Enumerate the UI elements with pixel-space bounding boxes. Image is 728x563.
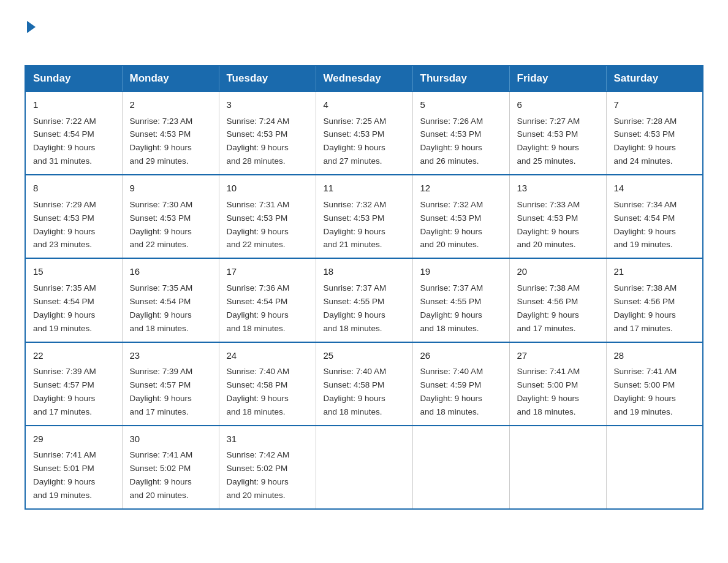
day-info: Sunrise: 7:31 AMSunset: 4:53 PMDaylight:…	[227, 200, 290, 250]
day-info: Sunrise: 7:30 AMSunset: 4:53 PMDaylight:…	[130, 200, 193, 250]
day-info: Sunrise: 7:24 AMSunset: 4:53 PMDaylight:…	[227, 117, 290, 166]
column-header-wednesday: Wednesday	[316, 66, 412, 91]
column-header-tuesday: Tuesday	[219, 66, 316, 91]
day-number: 31	[227, 432, 308, 446]
calendar-table: SundayMondayTuesdayWednesdayThursdayFrid…	[25, 65, 703, 510]
calendar-cell: 2 Sunrise: 7:23 AMSunset: 4:53 PMDayligh…	[122, 91, 219, 175]
day-info: Sunrise: 7:40 AMSunset: 4:58 PMDaylight:…	[324, 367, 387, 416]
calendar-cell: 6 Sunrise: 7:27 AMSunset: 4:53 PMDayligh…	[509, 91, 606, 175]
day-info: Sunrise: 7:41 AMSunset: 5:02 PMDaylight:…	[130, 450, 193, 500]
calendar-cell: 30 Sunrise: 7:41 AMSunset: 5:02 PMDaylig…	[122, 426, 219, 509]
day-number: 28	[614, 349, 696, 363]
day-number: 3	[227, 98, 308, 112]
calendar-cell	[606, 426, 703, 509]
day-number: 24	[227, 349, 308, 363]
day-info: Sunrise: 7:26 AMSunset: 4:53 PMDaylight:…	[420, 117, 483, 166]
calendar-cell: 1 Sunrise: 7:22 AMSunset: 4:54 PMDayligh…	[25, 91, 122, 175]
day-number: 20	[517, 265, 599, 279]
day-number: 30	[130, 432, 211, 446]
day-info: Sunrise: 7:41 AMSunset: 5:00 PMDaylight:…	[614, 367, 677, 416]
day-info: Sunrise: 7:33 AMSunset: 4:53 PMDaylight:…	[517, 200, 580, 250]
day-info: Sunrise: 7:39 AMSunset: 4:57 PMDaylight:…	[130, 367, 193, 416]
day-info: Sunrise: 7:36 AMSunset: 4:54 PMDaylight:…	[227, 283, 290, 333]
day-number: 13	[517, 182, 599, 196]
day-number: 10	[227, 182, 308, 196]
logo-triangle-icon	[27, 21, 36, 33]
calendar-week-row: 15 Sunrise: 7:35 AMSunset: 4:54 PMDaylig…	[25, 258, 703, 342]
calendar-cell: 5 Sunrise: 7:26 AMSunset: 4:53 PMDayligh…	[412, 91, 509, 175]
day-number: 9	[130, 182, 211, 196]
day-number: 22	[33, 349, 115, 363]
day-info: Sunrise: 7:37 AMSunset: 4:55 PMDaylight:…	[324, 283, 387, 333]
calendar-cell: 21 Sunrise: 7:38 AMSunset: 4:56 PMDaylig…	[606, 258, 703, 342]
day-info: Sunrise: 7:42 AMSunset: 5:02 PMDaylight:…	[227, 450, 290, 500]
day-info: Sunrise: 7:25 AMSunset: 4:53 PMDaylight:…	[324, 117, 387, 166]
calendar-cell	[412, 426, 509, 509]
day-info: Sunrise: 7:37 AMSunset: 4:55 PMDaylight:…	[420, 283, 483, 333]
calendar-cell: 19 Sunrise: 7:37 AMSunset: 4:55 PMDaylig…	[412, 258, 509, 342]
day-number: 16	[130, 265, 211, 279]
page-header	[25, 18, 703, 53]
calendar-week-row: 22 Sunrise: 7:39 AMSunset: 4:57 PMDaylig…	[25, 342, 703, 426]
day-number: 2	[130, 98, 211, 112]
day-number: 1	[33, 98, 115, 112]
day-number: 26	[420, 349, 502, 363]
calendar-cell: 3 Sunrise: 7:24 AMSunset: 4:53 PMDayligh…	[219, 91, 316, 175]
column-header-saturday: Saturday	[606, 66, 703, 91]
day-number: 8	[33, 182, 115, 196]
column-header-monday: Monday	[122, 66, 219, 91]
column-header-sunday: Sunday	[25, 66, 122, 91]
day-number: 4	[324, 98, 405, 112]
calendar-cell: 20 Sunrise: 7:38 AMSunset: 4:56 PMDaylig…	[509, 258, 606, 342]
calendar-cell: 14 Sunrise: 7:34 AMSunset: 4:54 PMDaylig…	[606, 175, 703, 258]
day-number: 19	[420, 265, 502, 279]
day-info: Sunrise: 7:35 AMSunset: 4:54 PMDaylight:…	[33, 283, 96, 333]
calendar-cell: 24 Sunrise: 7:40 AMSunset: 4:58 PMDaylig…	[219, 342, 316, 426]
day-info: Sunrise: 7:28 AMSunset: 4:53 PMDaylight:…	[614, 117, 677, 166]
logo	[25, 18, 36, 53]
day-info: Sunrise: 7:27 AMSunset: 4:53 PMDaylight:…	[517, 117, 580, 166]
calendar-cell: 26 Sunrise: 7:40 AMSunset: 4:59 PMDaylig…	[412, 342, 509, 426]
calendar-cell: 23 Sunrise: 7:39 AMSunset: 4:57 PMDaylig…	[122, 342, 219, 426]
calendar-cell: 15 Sunrise: 7:35 AMSunset: 4:54 PMDaylig…	[25, 258, 122, 342]
day-info: Sunrise: 7:39 AMSunset: 4:57 PMDaylight:…	[33, 367, 96, 416]
day-number: 18	[324, 265, 405, 279]
calendar-cell: 29 Sunrise: 7:41 AMSunset: 5:01 PMDaylig…	[25, 426, 122, 509]
calendar-cell: 4 Sunrise: 7:25 AMSunset: 4:53 PMDayligh…	[316, 91, 412, 175]
calendar-cell: 22 Sunrise: 7:39 AMSunset: 4:57 PMDaylig…	[25, 342, 122, 426]
calendar-cell: 9 Sunrise: 7:30 AMSunset: 4:53 PMDayligh…	[122, 175, 219, 258]
day-number: 14	[614, 182, 696, 196]
calendar-cell: 8 Sunrise: 7:29 AMSunset: 4:53 PMDayligh…	[25, 175, 122, 258]
day-info: Sunrise: 7:38 AMSunset: 4:56 PMDaylight:…	[517, 283, 580, 333]
day-info: Sunrise: 7:40 AMSunset: 4:58 PMDaylight:…	[227, 367, 290, 416]
day-info: Sunrise: 7:22 AMSunset: 4:54 PMDaylight:…	[33, 117, 96, 166]
calendar-cell: 25 Sunrise: 7:40 AMSunset: 4:58 PMDaylig…	[316, 342, 412, 426]
day-info: Sunrise: 7:41 AMSunset: 5:00 PMDaylight:…	[517, 367, 580, 416]
day-info: Sunrise: 7:34 AMSunset: 4:54 PMDaylight:…	[614, 200, 677, 250]
calendar-cell: 28 Sunrise: 7:41 AMSunset: 5:00 PMDaylig…	[606, 342, 703, 426]
day-info: Sunrise: 7:32 AMSunset: 4:53 PMDaylight:…	[420, 200, 483, 250]
day-number: 11	[324, 182, 405, 196]
calendar-week-row: 29 Sunrise: 7:41 AMSunset: 5:01 PMDaylig…	[25, 426, 703, 509]
day-number: 27	[517, 349, 599, 363]
day-number: 15	[33, 265, 115, 279]
day-number: 12	[420, 182, 502, 196]
day-info: Sunrise: 7:41 AMSunset: 5:01 PMDaylight:…	[33, 450, 96, 500]
calendar-cell: 16 Sunrise: 7:35 AMSunset: 4:54 PMDaylig…	[122, 258, 219, 342]
day-info: Sunrise: 7:29 AMSunset: 4:53 PMDaylight:…	[33, 200, 96, 250]
calendar-week-row: 8 Sunrise: 7:29 AMSunset: 4:53 PMDayligh…	[25, 175, 703, 258]
calendar-cell: 17 Sunrise: 7:36 AMSunset: 4:54 PMDaylig…	[219, 258, 316, 342]
calendar-cell: 27 Sunrise: 7:41 AMSunset: 5:00 PMDaylig…	[509, 342, 606, 426]
calendar-cell: 11 Sunrise: 7:32 AMSunset: 4:53 PMDaylig…	[316, 175, 412, 258]
day-number: 29	[33, 432, 115, 446]
calendar-cell: 31 Sunrise: 7:42 AMSunset: 5:02 PMDaylig…	[219, 426, 316, 509]
day-info: Sunrise: 7:23 AMSunset: 4:53 PMDaylight:…	[130, 117, 193, 166]
calendar-cell: 10 Sunrise: 7:31 AMSunset: 4:53 PMDaylig…	[219, 175, 316, 258]
calendar-cell	[509, 426, 606, 509]
day-number: 25	[324, 349, 405, 363]
calendar-cell	[316, 426, 412, 509]
day-info: Sunrise: 7:32 AMSunset: 4:53 PMDaylight:…	[324, 200, 387, 250]
day-number: 17	[227, 265, 308, 279]
day-info: Sunrise: 7:38 AMSunset: 4:56 PMDaylight:…	[614, 283, 677, 333]
calendar-cell: 13 Sunrise: 7:33 AMSunset: 4:53 PMDaylig…	[509, 175, 606, 258]
